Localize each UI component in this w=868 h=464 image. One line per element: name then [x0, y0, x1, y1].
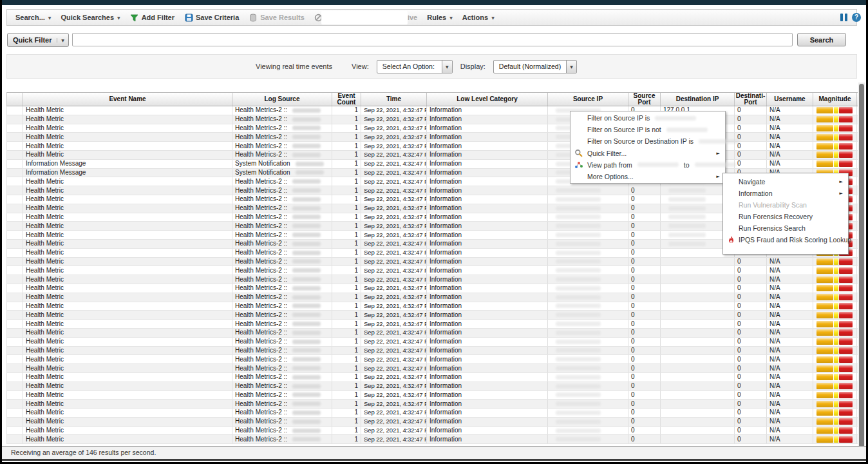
column-header-event_name[interactable]: Event Name [23, 93, 232, 106]
menu-item-information[interactable]: Information► [723, 188, 848, 199]
magnitude-bar [816, 312, 853, 318]
display-label: Display: [460, 63, 486, 70]
cell-text: 0 [631, 391, 635, 399]
table-row[interactable]: Health MetricHealth Metrics-2 ::1Sep 22,… [7, 435, 858, 444]
column-header-source_port[interactable]: Source Port [628, 93, 661, 106]
menu-item-view-path-from[interactable]: View path fromto [571, 159, 725, 171]
cell-source_ip [548, 400, 628, 408]
cell-time: Sep 22, 2021, 4:32:47 PM [361, 231, 427, 239]
redacted-text [292, 251, 321, 255]
magnitude-segment-red [839, 294, 853, 300]
menu-item-label: to [684, 161, 690, 169]
column-header-log_source[interactable]: Log Source [232, 93, 332, 106]
table-row[interactable]: Health MetricHealth Metrics-2 ::1Sep 22,… [7, 347, 858, 356]
scrollbar-thumb[interactable] [859, 84, 864, 456]
toolbar-item-rules[interactable]: Rules▼ [427, 14, 453, 21]
cell-source_ip [548, 329, 628, 337]
table-row[interactable]: Health MetricHealth Metrics-2 ::1Sep 22,… [7, 284, 858, 293]
cell-sel [7, 213, 23, 222]
cell-log_source: Health Metrics-2 :: [232, 231, 332, 239]
table-row[interactable]: Health MetricHealth Metrics-2 ::1Sep 22,… [7, 409, 858, 418]
menu-item-navigate[interactable]: Navigate► [723, 176, 848, 188]
table-row[interactable]: Health MetricHealth Metrics-2 ::1Sep 22,… [7, 151, 858, 160]
menu-item-filter-on-source-ip-is[interactable]: Filter on Source IP is [571, 112, 725, 124]
cell-text: Information [429, 338, 462, 345]
log-activity-page: Search...▼Quick Searches▼Add FilterSave … [2, 0, 866, 462]
help-icon[interactable]: ? [852, 13, 861, 22]
table-row[interactable]: Health MetricHealth Metrics-2 ::1Sep 22,… [7, 115, 858, 124]
cell-text: Information [429, 222, 462, 230]
redacted-text [292, 322, 321, 326]
vertical-scrollbar[interactable] [858, 82, 865, 459]
quick-filter-input[interactable] [72, 33, 793, 46]
cell-text: Information [429, 142, 462, 150]
table-row[interactable]: Health MetricHealth Metrics-2 ::1Sep 22,… [7, 391, 858, 400]
table-row[interactable]: Health MetricHealth Metrics-2 ::1Sep 22,… [7, 373, 858, 382]
quick-filter-dropdown[interactable]: Quick Filter ▼ [7, 33, 69, 47]
column-header-destination_ip[interactable]: Destination IP [661, 93, 735, 106]
display-select[interactable]: Default (Normalized) ▼ [493, 60, 577, 73]
chevron-down-icon[interactable]: ▼ [442, 61, 452, 73]
table-row[interactable]: Health MetricHealth Metrics-2 ::1Sep 22,… [7, 382, 858, 391]
cell-text: Health Metric [26, 222, 64, 230]
toolbar-item-search[interactable]: Search...▼ [15, 14, 51, 21]
chevron-down-icon[interactable]: ▼ [57, 38, 68, 43]
cell-text: Information [429, 418, 462, 425]
view-select[interactable]: Select An Option: ▼ [377, 60, 453, 73]
cell-source_port: 0 [628, 364, 661, 372]
toolbar-item-add-filter[interactable]: Add Filter [130, 14, 175, 22]
column-header-sel[interactable] [7, 93, 23, 106]
column-header-category[interactable]: Low Level Category [427, 93, 548, 106]
table-row[interactable]: Health MetricHealth Metrics-2 ::1Sep 22,… [7, 275, 858, 284]
table-row[interactable]: Health MetricHealth Metrics-2 ::1Sep 22,… [7, 418, 858, 427]
toolbar-item-save-criteria[interactable]: Save Criteria [184, 14, 239, 22]
menu-item-quick-filter[interactable]: Quick Filter...► [571, 148, 725, 159]
magnitude-segment-gold [816, 329, 833, 336]
table-row[interactable]: Health MetricHealth Metrics-2 ::1Sep 22,… [7, 302, 858, 311]
toolbar-item-quick-searches[interactable]: Quick Searches▼ [61, 14, 120, 21]
column-header-destination_port[interactable]: Destinati- Port [735, 93, 767, 106]
table-row[interactable]: Health MetricHealth Metrics-2 ::1Sep 22,… [7, 311, 858, 320]
cell-event_count: 1 [332, 373, 361, 382]
chevron-down-icon[interactable]: ▼ [566, 61, 576, 73]
table-row[interactable]: Health MetricHealth Metrics-2 ::1Sep 22,… [7, 364, 858, 373]
menu-item-filter-on-source-ip-is-not[interactable]: Filter on Source IP is not [571, 124, 725, 135]
table-row[interactable]: Health MetricHealth Metrics-2 ::1Sep 22,… [7, 320, 858, 329]
menu-item-run-forensics-recovery[interactable]: Run Forensics Recovery [723, 211, 848, 222]
table-header: Event NameLog SourceEvent CountTimeLow L… [6, 92, 858, 106]
column-header-event_count[interactable]: Event Count [332, 93, 361, 106]
menu-item-more-options[interactable]: More Options...► [571, 171, 725, 182]
magnitude-segment-yellow [834, 401, 838, 407]
cell-sel [7, 400, 23, 408]
table-row[interactable]: Health MetricHealth Metrics-2 ::1Sep 22,… [7, 293, 858, 302]
search-button[interactable]: Search [797, 33, 846, 46]
cell-text: 0 [737, 115, 741, 123]
column-header-time[interactable]: Time [361, 93, 427, 106]
cell-text: Sep 22, 2021, 4:32:47 PM [364, 329, 427, 336]
table-row[interactable]: Health MetricHealth Metrics-2 ::1Sep 22,… [7, 338, 858, 347]
toolbar-item-actions[interactable]: Actions▼ [462, 14, 495, 21]
column-header-username[interactable]: Username [767, 93, 813, 106]
table-row[interactable]: Health MetricHealth Metrics-2 ::1Sep 22,… [7, 266, 858, 275]
table-row[interactable]: Health MetricHealth Metrics-2 ::1Sep 22,… [7, 400, 858, 409]
magnitude-bar [816, 267, 853, 274]
menu-item-ipqs-fraud-and-risk-scoring-lookup[interactable]: IPQS Fraud and Risk Scoring Lookup [723, 234, 848, 246]
table-row[interactable]: Health MetricHealth Metrics-2 ::1Sep 22,… [7, 355, 858, 364]
cell-text: Health Metrics-2 :: [235, 391, 287, 399]
cell-source_ip [548, 373, 628, 382]
table-row[interactable]: Health MetricHealth Metrics-2 ::1Sep 22,… [7, 329, 858, 338]
table-row[interactable]: Health MetricHealth Metrics-2 ::1Sep 22,… [7, 106, 858, 115]
menu-item-run-forensics-search[interactable]: Run Forensics Search [723, 222, 848, 234]
redacted-text [668, 197, 706, 202]
pause-button[interactable] [840, 14, 847, 21]
path-icon [574, 160, 583, 169]
cell-text: 1 [354, 338, 358, 345]
menu-item-filter-on-source-or-destination-ip-is[interactable]: Filter on Source or Destination IP is [571, 135, 725, 147]
table-row[interactable]: Health MetricHealth Metrics-2 ::1Sep 22,… [7, 258, 858, 267]
cell-destination_port: 0 [735, 311, 767, 319]
column-header-source_ip[interactable]: Source IP [548, 93, 628, 106]
table-row[interactable]: Health MetricHealth Metrics-2 ::1Sep 22,… [7, 124, 858, 133]
table-row[interactable]: Health MetricHealth Metrics-2 ::1Sep 22,… [7, 427, 858, 436]
column-header-magnitude[interactable]: Magnitude [813, 93, 857, 106]
cell-destination_ip [661, 400, 735, 408]
